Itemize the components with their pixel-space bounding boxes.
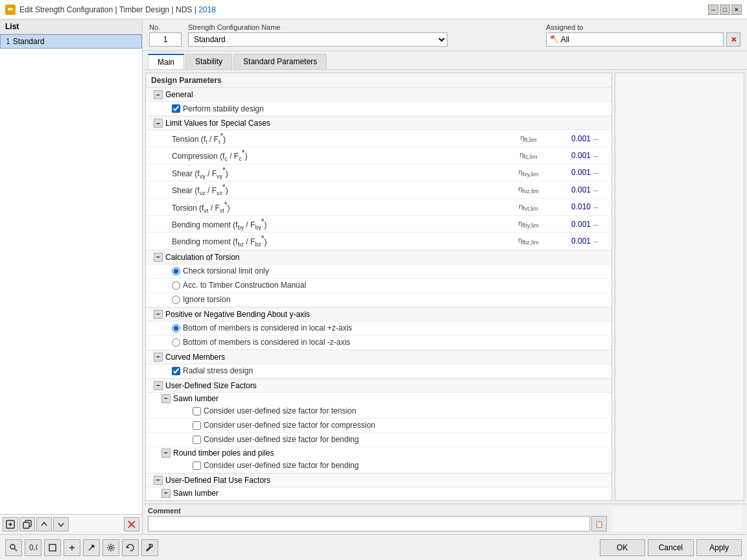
collapse-user-flat-factors[interactable]: − — [154, 476, 163, 485]
compression-label: Compression (fc / Fc*) — [172, 148, 503, 162]
perform-stability-row: Perform stability design — [146, 102, 611, 116]
shear-vy-label: Shear (fvy / Fvy*) — [172, 166, 503, 180]
comment-copy-btn[interactable]: 📋 — [591, 516, 607, 531]
size-compression-checkbox[interactable] — [193, 421, 201, 430]
number-input[interactable] — [149, 32, 182, 47]
delete-item-btn[interactable] — [124, 517, 139, 531]
user-size-factors-title: User-Defined Size Factors — [165, 381, 257, 390]
bending-z-unit: -- — [593, 237, 609, 245]
general-header: − General — [146, 88, 611, 102]
move-down-btn[interactable] — [53, 517, 69, 531]
ok-btn[interactable]: OK — [600, 539, 645, 556]
list-item[interactable]: 1 Standard — [0, 34, 142, 49]
svg-point-6 — [10, 544, 15, 549]
round-size-bending-label: Consider user-defined size factor for be… — [204, 461, 609, 470]
bottom-toolbar: 0.00 OK Cancel Apply — [0, 534, 747, 560]
comment-label: Comment — [148, 507, 607, 515]
compression-unit: -- — [593, 152, 609, 159]
shear-vz-unit: -- — [593, 186, 609, 194]
radial-stress-label: Radial stress design — [183, 366, 609, 375]
bottom-neg-z-radio[interactable] — [172, 338, 180, 347]
design-params-header: Design Parameters — [146, 73, 611, 88]
check-torsional-radio[interactable] — [172, 267, 180, 275]
collapse-bending-axis[interactable]: − — [154, 310, 163, 319]
round-timber-header: − Round timber poles and piles — [146, 447, 611, 459]
compression-value: 0.001 — [554, 151, 593, 160]
tension-row: Tension (ft / Ft*) ηft,lim 0.001 -- — [146, 130, 611, 147]
svg-rect-9 — [49, 544, 56, 551]
tension-label: Tension (ft / Ft*) — [172, 132, 503, 145]
radial-stress-checkbox[interactable] — [172, 367, 180, 375]
check-torsional-label: Check torsional limit only — [183, 266, 609, 275]
bottom-neg-z-label: Bottom of members is considered in local… — [183, 338, 609, 347]
collapse-general[interactable]: − — [154, 90, 163, 99]
collapse-round-timber[interactable]: − — [161, 449, 171, 458]
collapse-limit-values[interactable]: − — [154, 119, 163, 128]
ignore-torsion-radio[interactable] — [172, 296, 180, 304]
minimize-btn[interactable]: ─ — [708, 5, 718, 15]
comment-left: Comment 📋 — [148, 507, 607, 531]
name-select[interactable]: Standard — [188, 32, 447, 47]
round-size-bending-row: Consider user-defined size factor for be… — [146, 459, 611, 473]
shear-vy-row: Shear (fvy / Fvy*) ηfvy,lim 0.001 -- — [146, 165, 611, 181]
flat-sawn-lumber-title: Sawn lumber — [173, 489, 219, 498]
tab-main[interactable]: Main — [148, 54, 184, 69]
assigned-label: Assigned to — [546, 23, 741, 31]
assigned-clear-btn[interactable]: ✕ — [726, 32, 741, 47]
round-size-bending-checkbox[interactable] — [193, 461, 201, 470]
bending-z-row: Bending moment (fbz / Fbz*) ηfbz,lim 0.0… — [146, 233, 611, 250]
round-timber-title: Round timber poles and piles — [173, 449, 274, 458]
copy-item-btn[interactable] — [19, 517, 35, 531]
collapse-flat-sawn-lumber[interactable]: − — [161, 489, 171, 498]
shear-vy-symbol: ηfvy,lim — [503, 168, 554, 178]
new-item-btn[interactable] — [3, 517, 18, 531]
right-empty-panel — [615, 73, 744, 501]
title-bar: ✏ Edit Strength Configuration | Timber D… — [0, 0, 747, 19]
section-limit-values: − Limit Values for Special Cases Tension… — [146, 117, 611, 251]
svg-rect-3 — [23, 522, 29, 528]
settings-bottom-btn[interactable] — [102, 539, 119, 556]
acc-timber-row: Acc. to Timber Construction Manual — [146, 279, 611, 293]
comment-input[interactable] — [148, 516, 590, 531]
bending-y-unit: -- — [593, 220, 609, 228]
collapse-calc-torsion[interactable]: − — [154, 253, 163, 262]
torsion-row: Torsion (fvt / Fvt*) ηfvt,lim 0.010 -- — [146, 199, 611, 216]
move-up-btn[interactable] — [36, 517, 52, 531]
tab-stability[interactable]: Stability — [185, 54, 232, 69]
list-item-name: Standard — [13, 37, 45, 46]
collapse-sawn-lumber[interactable]: − — [161, 394, 171, 403]
perform-stability-checkbox[interactable] — [172, 104, 180, 113]
box-bottom-btn[interactable] — [44, 539, 61, 556]
wrench-bottom-btn[interactable] — [141, 539, 158, 556]
cross-bottom-btn[interactable] — [64, 539, 80, 556]
collapse-user-size-factors[interactable]: − — [154, 381, 163, 390]
cancel-btn[interactable]: Cancel — [648, 539, 694, 556]
size-bending-checkbox[interactable] — [193, 436, 201, 444]
close-btn[interactable]: ✕ — [731, 5, 742, 15]
tension-value: 0.001 — [554, 134, 593, 143]
size-compression-label: Consider user-defined size factor for co… — [204, 421, 609, 430]
axe-bottom-btn[interactable] — [83, 539, 100, 556]
main-content: Design Parameters − General Perform stab… — [143, 70, 747, 504]
collapse-curved-members[interactable]: − — [154, 353, 163, 362]
apply-btn[interactable]: Apply — [696, 539, 742, 556]
assigned-input[interactable] — [546, 32, 724, 47]
left-panel: List 1 Standard — [0, 19, 143, 534]
refresh-bottom-btn[interactable] — [122, 539, 139, 556]
bottom-pos-z-radio[interactable] — [172, 324, 180, 332]
comment-area: Comment 📋 — [143, 504, 747, 534]
section-calc-torsion: − Calculation of Torsion Check torsional… — [146, 251, 611, 308]
acc-timber-radio[interactable] — [172, 281, 180, 290]
size-tension-checkbox[interactable] — [193, 407, 201, 415]
maximize-btn[interactable]: □ — [720, 5, 730, 15]
comment-input-row: 📋 — [148, 516, 607, 531]
number-bottom-btn[interactable]: 0.00 — [25, 539, 42, 556]
title-text: Edit Strength Configuration | Timber Des… — [19, 5, 704, 14]
shear-vz-row: Shear (fvz / Fvz*) ηfvz,lim 0.001 -- — [146, 181, 611, 198]
section-general: − General Perform stability design — [146, 88, 611, 117]
tab-standard-parameters[interactable]: Standard Parameters — [233, 54, 327, 69]
search-bottom-btn[interactable] — [5, 539, 22, 556]
sawn-lumber-header: − Sawn lumber — [146, 393, 611, 404]
ignore-torsion-row: Ignore torsion — [146, 293, 611, 307]
list-content: 1 Standard — [0, 34, 142, 514]
